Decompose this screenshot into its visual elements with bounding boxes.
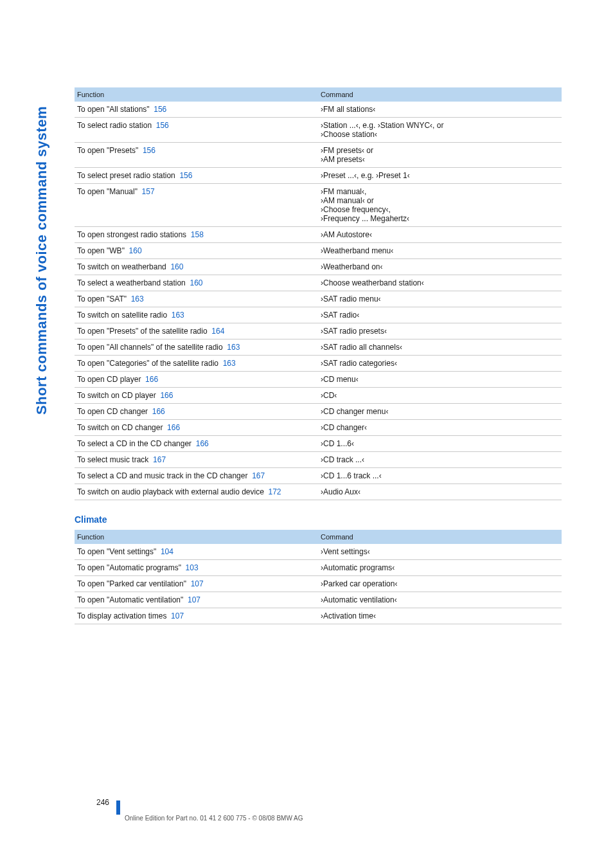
function-text: To switch on CD player — [77, 391, 160, 400]
function-cell: To open "WB" 160 — [75, 243, 318, 259]
command-cell: ›Audio Aux‹ — [318, 484, 562, 500]
page-ref[interactable]: 160 — [129, 246, 142, 255]
page-ref[interactable]: 107 — [191, 579, 204, 588]
page-ref[interactable]: 167 — [252, 471, 265, 480]
page-ref[interactable]: 163 — [223, 359, 236, 368]
page-ref[interactable]: 163 — [131, 294, 144, 303]
command-cell: ›Vent settings‹ — [318, 544, 562, 560]
table-row: To open "Presets" of the satellite radio… — [75, 323, 562, 339]
page-ref[interactable]: 156 — [179, 171, 192, 180]
page-ref[interactable]: 104 — [161, 547, 173, 556]
function-text: To open "All stations" — [77, 105, 154, 114]
page-ref[interactable]: 158 — [191, 230, 204, 239]
function-text: To select radio station — [77, 121, 156, 130]
page: Short commands of voice command system F… — [0, 0, 613, 868]
function-cell: To switch on CD changer 166 — [75, 420, 318, 436]
table-row: To open "All channels" of the satellite … — [75, 339, 562, 356]
page-ref[interactable]: 156 — [156, 121, 169, 130]
function-cell: To select preset radio station 156 — [75, 168, 318, 184]
function-cell: To select radio station 156 — [75, 118, 318, 143]
page-ref[interactable]: 166 — [167, 423, 180, 432]
table-row: To open "Automatic programs" 103›Automat… — [75, 560, 562, 576]
command-cell: ›CD 1...6‹ — [318, 436, 562, 452]
function-cell: To switch on CD player 166 — [75, 388, 318, 404]
command-cell: ›Automatic programs‹ — [318, 560, 562, 576]
page-ref[interactable]: 166 — [152, 407, 165, 416]
table-row: To open "WB" 160›Weatherband menu‹ — [75, 243, 562, 259]
command-cell: ›CD menu‹ — [318, 372, 562, 388]
table-row: To select radio station 156›Station ...‹… — [75, 118, 562, 143]
function-text: To open "Categories" of the satellite ra… — [77, 359, 223, 368]
command-cell: ›AM Autostore‹ — [318, 227, 562, 243]
page-ref[interactable]: 164 — [211, 327, 224, 336]
function-cell: To open "Automatic ventilation" 107 — [75, 592, 318, 608]
command-cell: ›SAT radio all channels‹ — [318, 339, 562, 356]
command-cell: ›CD changer‹ — [318, 420, 562, 436]
table-row: To switch on satellite radio 163›SAT rad… — [75, 307, 562, 323]
page-ref[interactable]: 103 — [186, 563, 199, 572]
table-row: To open "Parked car ventilation" 107›Par… — [75, 576, 562, 592]
function-cell: To open "Presets" 156 — [75, 143, 318, 168]
function-cell: To open "Parked car ventilation" 107 — [75, 576, 318, 592]
table-row: To display activation times 107›Activati… — [75, 608, 562, 624]
command-cell: ›Weatherband on‹ — [318, 259, 562, 275]
page-ref[interactable]: 163 — [172, 311, 184, 320]
function-cell: To open "All stations" 156 — [75, 102, 318, 118]
page-ref[interactable]: 160 — [190, 278, 202, 287]
command-cell: ›CD track ...‹ — [318, 452, 562, 468]
side-tab-title: Short commands of voice command system — [33, 106, 50, 415]
table-row: To select music track 167›CD track ...‹ — [75, 452, 562, 468]
function-cell: To open "Vent settings" 104 — [75, 544, 318, 560]
table-header-row: Function Command — [75, 87, 562, 102]
page-ref[interactable]: 156 — [143, 146, 155, 155]
function-cell: To switch on audio playback with externa… — [75, 484, 318, 500]
function-text: To display activation times — [77, 611, 171, 620]
function-text: To open "All channels" of the satellite … — [77, 343, 227, 352]
table-row: To select a weatherband station 160›Choo… — [75, 275, 562, 291]
page-ref[interactable]: 166 — [196, 439, 209, 448]
page-ref[interactable]: 107 — [171, 611, 184, 620]
col-function: Function — [75, 530, 318, 544]
page-ref[interactable]: 160 — [170, 262, 183, 271]
command-cell: ›Preset ...‹, e.g. ›Preset 1‹ — [318, 168, 562, 184]
function-cell: To select a CD and music track in the CD… — [75, 468, 318, 484]
page-footer: 246 Online Edition for Part no. 01 41 2 … — [96, 798, 303, 822]
function-cell: To select a CD in the CD changer 166 — [75, 436, 318, 452]
col-command: Command — [318, 530, 562, 544]
function-text: To select preset radio station — [77, 171, 179, 180]
function-text: To open CD changer — [77, 407, 152, 416]
page-ref[interactable]: 157 — [142, 187, 155, 196]
function-text: To open "SAT" — [77, 294, 131, 303]
table-row: To select a CD and music track in the CD… — [75, 468, 562, 484]
function-cell: To switch on weatherband 160 — [75, 259, 318, 275]
function-text: To open CD player — [77, 375, 145, 384]
function-text: To open "Automatic ventilation" — [77, 595, 188, 604]
main-content: Function Command To open "All stations" … — [75, 87, 562, 842]
table-row: To open "Manual" 157›FM manual‹,›AM manu… — [75, 184, 562, 227]
function-cell: To open "Categories" of the satellite ra… — [75, 356, 318, 372]
command-cell: ›Automatic ventilation‹ — [318, 592, 562, 608]
function-text: To switch on CD changer — [77, 423, 167, 432]
command-cell: ›Choose weatherband station‹ — [318, 275, 562, 291]
commands-table-1: Function Command To open "All stations" … — [75, 87, 562, 500]
function-text: To open "Parked car ventilation" — [77, 579, 191, 588]
function-text: To open "Vent settings" — [77, 547, 161, 556]
page-ref[interactable]: 163 — [227, 343, 240, 352]
function-cell: To select a weatherband station 160 — [75, 275, 318, 291]
page-ref[interactable]: 107 — [188, 595, 200, 604]
page-ref[interactable]: 172 — [269, 487, 281, 496]
table-row: To open "Vent settings" 104›Vent setting… — [75, 544, 562, 560]
page-ref[interactable]: 166 — [160, 391, 173, 400]
page-ref[interactable]: 156 — [154, 105, 166, 114]
table-row: To open strongest radio stations 158›AM … — [75, 227, 562, 243]
function-text: To open strongest radio stations — [77, 230, 191, 239]
table-row: To select a CD in the CD changer 166›CD … — [75, 436, 562, 452]
page-ref[interactable]: 166 — [145, 375, 158, 384]
function-cell: To open "Automatic programs" 103 — [75, 560, 318, 576]
table-row: To open "Categories" of the satellite ra… — [75, 356, 562, 372]
footer-text: Online Edition for Part no. 01 41 2 600 … — [125, 815, 303, 822]
function-text: To switch on weatherband — [77, 262, 170, 271]
command-cell: ›FM all stations‹ — [318, 102, 562, 118]
page-ref[interactable]: 167 — [153, 455, 166, 464]
function-text: To switch on satellite radio — [77, 311, 172, 320]
